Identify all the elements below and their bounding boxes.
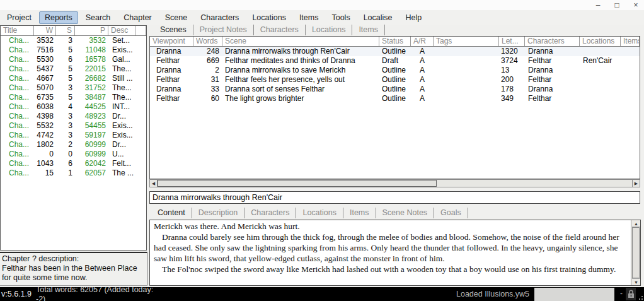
scene-content-text[interactable]: Merickh was there. And Merickh was hurt.… [150, 220, 631, 285]
scene-cell [580, 66, 621, 75]
chapter-col-header-blank[interactable] [135, 26, 146, 35]
scroll-up-icon[interactable]: ▲ [632, 220, 640, 227]
menu-item-items[interactable]: Items [294, 11, 325, 24]
chapter-cell: The... [108, 93, 135, 102]
tab-characters[interactable]: Characters [254, 25, 306, 35]
h-scrollbar-thumb[interactable] [158, 180, 437, 187]
chapter-cell: Set... [108, 36, 135, 45]
scene-table-h-scrollbar[interactable]: ◀ ▶ [149, 179, 640, 187]
chapter-row[interactable]: Cha...0060999U... [1, 150, 146, 159]
detail-tab-description[interactable]: Description [192, 208, 245, 218]
chapter-cell [135, 93, 146, 102]
scene-table-rows: Dranna248Dranna mirrorwalks through Ren'… [150, 47, 640, 103]
detail-tab-characters[interactable]: Characters [244, 208, 296, 218]
resize-grip[interactable] [637, 294, 643, 300]
chapter-row[interactable]: Cha...1043662042Felt... [1, 159, 146, 168]
scene-row[interactable]: Dranna248Dranna mirrorwalks through Ren'… [150, 47, 640, 56]
chapter-row[interactable]: Cha...4742359197Exis... [1, 131, 146, 140]
scene-title-input[interactable] [149, 191, 640, 204]
chapter-cell: The... [108, 83, 135, 93]
detail-tab-goals[interactable]: Goals [434, 208, 468, 218]
scene-col-header-locations[interactable]: Locations [580, 37, 621, 46]
chapter-row[interactable]: Cha...353233532Set... [1, 36, 146, 45]
chapter-row[interactable]: Cha...7516511048Exis... [1, 45, 146, 55]
scene-cell [621, 66, 640, 75]
chapter-col-header-s[interactable]: S [56, 26, 75, 35]
scene-row[interactable]: Dranna33Dranna sort of senses FeltharOut… [150, 85, 640, 94]
close-icon[interactable]: × [631, 1, 640, 9]
scene-content-editor[interactable]: Merickh was there. And Merickh was hurt.… [149, 220, 641, 286]
scene-cell: 31 [193, 75, 222, 85]
chapter-cell: 16578 [75, 55, 108, 64]
menu-item-help[interactable]: Help [400, 11, 428, 24]
menu-item-scene[interactable]: Scene [159, 11, 193, 24]
menu-item-search[interactable]: Search [80, 11, 117, 24]
chapter-cell [135, 112, 146, 121]
menu-item-localise[interactable]: Localise [358, 11, 398, 24]
chapter-description-line: for quite some time now. [2, 273, 145, 283]
chapter-row[interactable]: Cha...5437522015The... [1, 64, 146, 74]
scene-col-header-a-r[interactable]: A/R [411, 37, 434, 46]
menu-item-chapter[interactable]: Chapter [118, 11, 157, 24]
chapter-col-header-w[interactable]: W [34, 26, 56, 35]
scroll-down-icon[interactable]: ▼ [632, 278, 640, 285]
menu-item-locations[interactable]: Locations [246, 11, 292, 24]
maximize-icon[interactable]: □ [612, 1, 621, 9]
chapter-cell: 60999 [75, 140, 108, 150]
scene-col-header-items[interactable]: Items [621, 37, 640, 46]
chapter-row[interactable]: Cha...5530616578Gal... [1, 55, 146, 64]
chapter-row[interactable]: Cha...6038444525INT... [1, 102, 146, 112]
menu-item-characters[interactable]: Characters [195, 11, 244, 24]
chapter-cell: Cha... [1, 102, 34, 112]
scene-col-header-scene[interactable]: Scene [222, 37, 379, 46]
v-scrollbar-thumb[interactable] [632, 227, 640, 278]
scene-col-header-let[interactable]: Let... [499, 37, 525, 46]
chapter-col-header-p[interactable]: P [75, 26, 108, 35]
detail-tab-scene-notes[interactable]: Scene Notes [376, 208, 435, 218]
scene-cell [621, 94, 640, 103]
minimize-icon[interactable]: – [594, 1, 602, 9]
chapter-cell: Cha... [1, 121, 34, 131]
chapter-row[interactable]: Cha...6735538487The... [1, 93, 146, 102]
menu-item-reports[interactable]: Reports [39, 11, 78, 24]
scene-cell: Dranna mirrorwalks through Ren'Cair [222, 47, 379, 56]
scene-col-header-words[interactable]: Words [193, 37, 222, 46]
chapter-cell: 5 [56, 64, 75, 74]
menu-item-tools[interactable]: Tools [326, 11, 355, 24]
chapter-cell: 3532 [34, 36, 56, 45]
scene-row[interactable]: Felthar31Felthar feels her presence, yel… [150, 75, 640, 85]
chapter-row[interactable]: Cha...1802260999Dr... [1, 140, 146, 150]
scene-row[interactable]: Felthar669Felthar meditates and thinks o… [150, 56, 640, 66]
chapter-cell [135, 168, 146, 178]
scene-col-header-status[interactable]: Status [379, 37, 411, 46]
chapter-cell: 5 [56, 93, 75, 102]
tab-project-notes[interactable]: Project Notes [193, 25, 254, 35]
chapter-row[interactable]: Cha...15162057The ... [1, 168, 146, 178]
scene-row[interactable]: Felthar60The light grows brighterOutline… [150, 94, 640, 103]
chapter-cell: 5437 [34, 64, 56, 74]
chapter-row[interactable]: Cha...5532354455Exis... [1, 121, 146, 131]
chapter-row[interactable]: Cha...4667526682Still ... [1, 74, 146, 83]
scene-row[interactable]: Dranna2Dranna mirrorwalks to save Merick… [150, 66, 640, 75]
chapter-col-header-desc[interactable]: Desc [108, 26, 135, 35]
scene-col-header-characters[interactable]: Characters [525, 37, 580, 46]
tab-scenes[interactable]: Scenes [154, 25, 193, 35]
title-bar: – □ × [0, 0, 644, 10]
chapter-row[interactable]: Cha...4398348923Dr... [1, 112, 146, 121]
total-words-line1: Total words: 62057 (Added today: [36, 287, 153, 295]
detail-tab-locations[interactable]: Locations [296, 208, 343, 218]
detail-tab-content[interactable]: Content [151, 208, 192, 218]
scene-col-header-viewpoint[interactable]: Viewpoint [150, 37, 193, 46]
detail-tab-items[interactable]: Items [343, 208, 376, 218]
tab-items[interactable]: Items [352, 25, 385, 35]
scroll-left-icon[interactable]: ◀ [150, 180, 158, 187]
chapter-cell: 48923 [75, 112, 108, 121]
scene-col-header-tags[interactable]: Tags [434, 37, 499, 46]
tab-locations[interactable]: Locations [306, 25, 353, 35]
chapter-cell: 4742 [34, 131, 56, 140]
scroll-right-icon[interactable]: ▶ [632, 180, 640, 187]
chapter-col-header-title[interactable]: Title [1, 26, 34, 35]
menu-item-project[interactable]: Project [1, 11, 37, 24]
content-v-scrollbar[interactable]: ▲ ▼ [631, 220, 640, 285]
chapter-row[interactable]: Cha...5070331752The... [1, 83, 146, 93]
